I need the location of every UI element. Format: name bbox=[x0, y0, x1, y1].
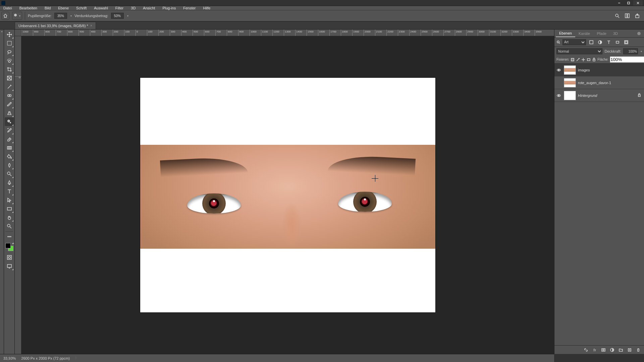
layer-thumbnail[interactable] bbox=[564, 91, 576, 100]
menu-filter[interactable]: Filter bbox=[114, 6, 125, 10]
new-layer-button[interactable] bbox=[627, 347, 633, 353]
adjustment-layer-button[interactable] bbox=[609, 347, 615, 353]
menu-bild[interactable]: Bild bbox=[43, 6, 52, 10]
layer-name[interactable]: images bbox=[578, 68, 590, 72]
layer-style-button[interactable]: fx bbox=[592, 347, 598, 353]
minimize-button[interactable] bbox=[614, 0, 624, 6]
tab-3d[interactable]: 3D bbox=[610, 30, 621, 37]
layer-name[interactable]: Hintergrund bbox=[578, 94, 597, 98]
lock-artboard-button[interactable] bbox=[587, 57, 591, 62]
red-eye-tool[interactable] bbox=[5, 117, 14, 126]
layer-thumbnail[interactable] bbox=[564, 78, 576, 87]
vertical-ruler[interactable]: 0 bbox=[15, 36, 21, 354]
canvas-area[interactable]: 1000900800700600500400300200100010020030… bbox=[15, 29, 554, 354]
layer-name[interactable]: rote_augen_davor-1 bbox=[578, 81, 611, 85]
menu-3d[interactable]: 3D bbox=[129, 6, 137, 10]
filter-pixel-icon[interactable] bbox=[588, 39, 595, 45]
chevron-down-icon[interactable]: ▾ bbox=[127, 14, 128, 17]
marquee-tool[interactable] bbox=[5, 39, 14, 48]
menu-hilfe[interactable]: Hilfe bbox=[202, 6, 212, 10]
edit-toolbar-button[interactable] bbox=[5, 232, 14, 241]
layer-row[interactable]: images bbox=[554, 64, 644, 76]
move-tool[interactable] bbox=[5, 30, 14, 39]
menu-auswahl[interactable]: Auswahl bbox=[93, 6, 109, 10]
blur-tool[interactable] bbox=[5, 161, 14, 170]
layer-visibility-toggle[interactable] bbox=[556, 93, 562, 98]
foreground-color-swatch[interactable] bbox=[5, 243, 11, 248]
fill-input[interactable] bbox=[610, 56, 644, 63]
close-tab-button[interactable]: × bbox=[90, 24, 92, 27]
layer-filter-type[interactable]: Art bbox=[562, 39, 586, 45]
screen-mode-button[interactable] bbox=[5, 262, 14, 270]
healing-brush-tool[interactable] bbox=[5, 91, 14, 100]
filter-type-icon[interactable] bbox=[605, 39, 612, 45]
share-button[interactable] bbox=[634, 12, 641, 19]
zoom-level[interactable]: 33,93% bbox=[3, 356, 16, 360]
zoom-tool[interactable] bbox=[5, 222, 14, 231]
pupil-size-input[interactable] bbox=[54, 13, 67, 19]
lock-all-button[interactable] bbox=[592, 57, 596, 62]
gradient-tool[interactable] bbox=[5, 143, 14, 152]
lock-transparency-button[interactable] bbox=[571, 57, 575, 62]
layer-row[interactable]: Hintergrund bbox=[554, 89, 644, 102]
menu-ebene[interactable]: Ebene bbox=[57, 6, 70, 10]
crop-tool[interactable] bbox=[5, 65, 14, 74]
menu-schrift[interactable]: Schrift bbox=[75, 6, 88, 10]
workspace-button[interactable] bbox=[624, 12, 631, 19]
eyedropper-tool[interactable] bbox=[5, 82, 14, 91]
tab-ebenen[interactable]: Ebenen bbox=[556, 30, 575, 37]
frame-tool[interactable] bbox=[5, 74, 14, 82]
layer-visibility-toggle[interactable] bbox=[556, 68, 562, 72]
quick-selection-tool[interactable] bbox=[5, 56, 14, 65]
swap-colors-icon[interactable]: ⇄ bbox=[12, 242, 14, 245]
hand-tool[interactable] bbox=[5, 213, 14, 222]
maximize-button[interactable] bbox=[624, 0, 633, 6]
type-tool[interactable] bbox=[5, 187, 14, 196]
quick-mask-button[interactable] bbox=[5, 253, 14, 262]
toolbox-collapse-handle[interactable]: » bbox=[0, 29, 4, 354]
artboard[interactable] bbox=[140, 78, 435, 312]
clone-stamp-tool[interactable] bbox=[5, 109, 14, 117]
search-button[interactable] bbox=[614, 12, 621, 19]
menu-ansicht[interactable]: Ansicht bbox=[142, 6, 156, 10]
darken-amount-input[interactable] bbox=[111, 13, 124, 19]
opacity-input[interactable] bbox=[623, 48, 638, 54]
horizontal-ruler[interactable]: 1000900800700600500400300200100010020030… bbox=[21, 29, 554, 36]
delete-layer-button[interactable] bbox=[635, 347, 641, 353]
menu-datei[interactable]: Datei bbox=[2, 6, 13, 10]
filter-smartobject-icon[interactable] bbox=[623, 39, 630, 45]
filter-adjustment-icon[interactable] bbox=[597, 39, 603, 45]
rectangle-tool[interactable] bbox=[5, 204, 14, 213]
lasso-tool[interactable] bbox=[5, 48, 14, 56]
menu-fenster[interactable]: Fenster bbox=[182, 6, 197, 10]
chevron-down-icon[interactable]: ▾ bbox=[641, 50, 642, 53]
lock-position-button[interactable] bbox=[581, 57, 585, 62]
blend-mode-select[interactable]: Normal bbox=[556, 48, 602, 54]
chevron-right-icon[interactable]: 〉 bbox=[75, 356, 78, 360]
eraser-tool[interactable] bbox=[5, 135, 14, 143]
dodge-tool[interactable] bbox=[5, 170, 14, 178]
ruler-origin[interactable] bbox=[15, 29, 21, 36]
tab-pfade[interactable]: Pfade bbox=[593, 30, 610, 37]
brush-tool[interactable] bbox=[5, 100, 14, 109]
pen-tool[interactable] bbox=[5, 178, 14, 187]
tool-preset-picker[interactable]: ▾ bbox=[12, 12, 22, 20]
layer-thumbnail[interactable] bbox=[564, 65, 576, 75]
menu-bearbeiten[interactable]: Bearbeiten bbox=[18, 6, 39, 10]
close-window-button[interactable] bbox=[633, 0, 643, 6]
document-info[interactable]: 2600 Px x 2000 Px (72 ppcm) bbox=[21, 356, 70, 360]
tab-kanaele[interactable]: Kanäle bbox=[575, 30, 593, 37]
home-button[interactable] bbox=[1, 12, 9, 20]
link-layers-button[interactable] bbox=[583, 347, 589, 353]
color-swatches[interactable]: ⇄ bbox=[5, 243, 13, 251]
layer-mask-button[interactable] bbox=[600, 347, 606, 353]
filter-shape-icon[interactable] bbox=[614, 39, 621, 45]
document-canvas[interactable] bbox=[21, 36, 554, 354]
layer-group-button[interactable] bbox=[618, 347, 624, 353]
lock-image-button[interactable] bbox=[576, 57, 580, 62]
chevron-down-icon[interactable]: ▾ bbox=[70, 14, 72, 17]
panel-menu-button[interactable] bbox=[637, 32, 641, 35]
history-brush-tool[interactable] bbox=[5, 126, 14, 135]
paint-bucket-tool[interactable] bbox=[5, 152, 14, 161]
layer-row[interactable]: rote_augen_davor-1 bbox=[554, 76, 644, 89]
